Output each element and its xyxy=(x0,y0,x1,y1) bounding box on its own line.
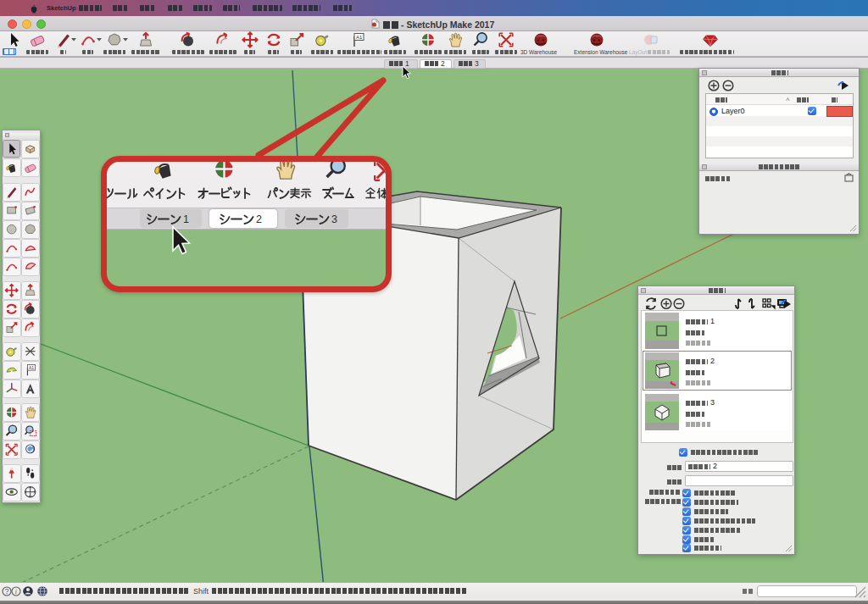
svg-text:2: 2 xyxy=(256,213,262,225)
svg-text:1: 1 xyxy=(183,213,189,225)
svg-text:i: i xyxy=(15,588,17,596)
svg-text:?: ? xyxy=(5,587,9,596)
svg-text:3: 3 xyxy=(331,213,337,225)
